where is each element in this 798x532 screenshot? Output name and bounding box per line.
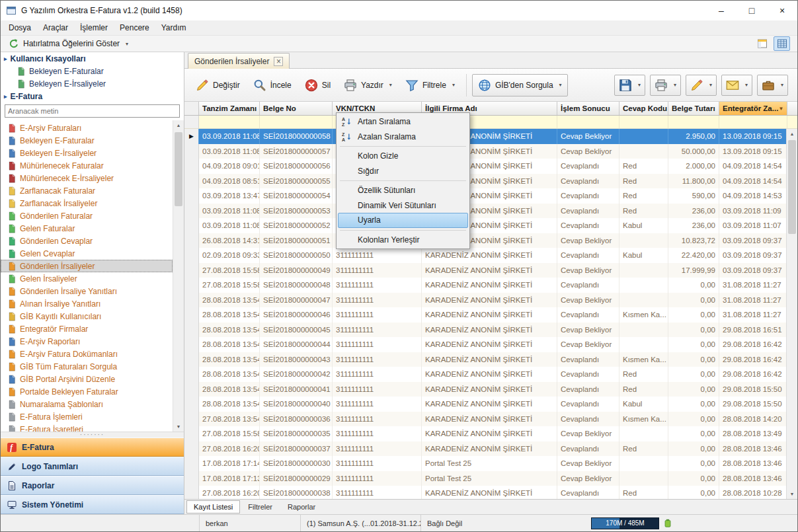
filtrele-button[interactable]: Filtrele▾: [399, 74, 461, 96]
email-button[interactable]: ▾: [721, 75, 752, 96]
tree-item-numaralama-ablonlar[interactable]: Numaralama Şablonları: [1, 398, 173, 410]
table-row[interactable]: ▶03.09.2018 11:08SEİ20180000000583111111…: [184, 129, 797, 144]
close-button[interactable]: ×: [767, 1, 797, 20]
tree-item-e-fatura-i-lemleri[interactable]: E-Fatura İşlemleri: [1, 410, 173, 423]
table-row[interactable]: 27.08.2018 13:54SEİ201800000003631111111…: [184, 412, 797, 427]
tree-item-e-ar-iv-raporlar[interactable]: E-Arşiv Raporları: [1, 335, 173, 348]
edit-button[interactable]: ▾: [686, 75, 717, 96]
table-row[interactable]: 28.08.2018 13:54SEİ201800000004131111111…: [184, 382, 797, 397]
bottom-tab-raporlar[interactable]: Raporlar: [280, 500, 323, 513]
table-row[interactable]: 28.08.2018 13:54SEİ201800000004631111111…: [184, 307, 797, 323]
table-row[interactable]: 03.09.2018 11:08SEİ201800000005331111111…: [184, 204, 797, 219]
tree-item-g-nderilen-i-rsaliye-yan-tlar[interactable]: Gönderilen İrsaliye Yanıtları: [1, 285, 173, 297]
tree-item-g-nderilen-faturalar[interactable]: Gönderilen Faturalar: [1, 209, 173, 222]
gi-b-den-sorgula-button[interactable]: GİB'den Sorgula▾: [472, 74, 568, 96]
sil-button[interactable]: Sil: [299, 74, 337, 96]
reminder-toggle-button[interactable]: Hatırlatma Öğelerini Göster ▾: [5, 37, 132, 50]
tree-item-m-h-rlenecek-e-i-rsaliyeler[interactable]: Mühürlenecek E-İrsaliyeler: [1, 172, 173, 184]
de-i-tir-button[interactable]: Değiştir: [190, 74, 246, 96]
scroll-up-icon[interactable]: ▲: [173, 120, 184, 130]
context-menu-item-azalan-s-ralama[interactable]: ZAAzalan Sıralama: [338, 130, 468, 145]
filter-cell-cevap-kodu[interactable]: [619, 116, 668, 128]
filter-cell-belge-no[interactable]: [260, 116, 333, 128]
column-header-belge-tutar[interactable]: Belge Tutarı: [668, 102, 719, 115]
filter-cell-i-lem-sonucu[interactable]: [557, 116, 619, 128]
tree-item-bekleyen-e-faturalar[interactable]: Bekleyen E-Faturalar: [1, 134, 173, 147]
shortcuts-section-header[interactable]: ▸ Kullanıcı Kısayolları: [1, 52, 184, 65]
column-header-tanzim-zaman[interactable]: Tanzim Zamanı: [199, 102, 260, 115]
dropdown-caret-icon[interactable]: ▾: [389, 82, 392, 88]
table-row[interactable]: 27.08.2018 15:58SEİ201800000004831111111…: [184, 278, 797, 293]
save-button[interactable]: ▾: [614, 75, 645, 96]
tree-item-gelen-i-rsaliyeler[interactable]: Gelen İrsaliyeler: [1, 272, 173, 285]
tree-item-gi-b-kay-tl-kullan-c-lar[interactable]: GİB Kayıtlı Kullanıcıları: [1, 310, 173, 323]
close-icon[interactable]: ×: [274, 57, 283, 66]
scroll-down-icon[interactable]: ▼: [173, 422, 184, 432]
nav-panel-logo-tan-mlar[interactable]: Logo Tanımları: [1, 457, 184, 476]
menu-yard-m[interactable]: Yardım: [155, 20, 192, 35]
table-row[interactable]: 04.09.2018 08:51SEİ201800000005531111111…: [184, 174, 797, 189]
context-menu-item-artan-s-ralama[interactable]: AZArtan Sıralama: [338, 114, 468, 130]
dropdown-caret-icon[interactable]: ▾: [709, 82, 712, 88]
scrollbar-thumb[interactable]: [175, 132, 182, 206]
tree-item-bekleyen-e-i-rsaliyeler[interactable]: Bekleyen E-İrsaliyeler: [1, 147, 173, 159]
tree-item-e-ar-iv-faturalar[interactable]: E-Arşiv Faturaları: [1, 122, 173, 134]
scroll-up-icon[interactable]: ▲: [787, 129, 797, 139]
tab-gonderilen-irsaliyeler[interactable]: Gönderilen İrsaliyeler ×: [188, 53, 290, 69]
dropdown-caret-icon[interactable]: ▾: [452, 82, 455, 88]
archive-button[interactable]: ▾: [757, 75, 788, 96]
table-row[interactable]: 17.08.2018 17:13SEİ201800000002931111111…: [184, 471, 797, 486]
yazd-r-button[interactable]: Yazdır▾: [338, 74, 398, 96]
dropdown-caret-icon[interactable]: ▾: [638, 82, 641, 88]
tree-item-g-nderilen-cevaplar[interactable]: Gönderilen Cevaplar: [1, 235, 173, 247]
print-button[interactable]: ▾: [650, 75, 681, 96]
column-header-entegrat-r-za[interactable]: Entegratör Za...▼: [719, 102, 787, 115]
tree-item-entegrat-r-firmalar[interactable]: Entegratör Firmalar: [1, 323, 173, 335]
table-row[interactable]: 28.08.2018 13:54SEİ201800000004231111111…: [184, 367, 797, 382]
tree-item-e-fatura-i-aretleri[interactable]: E-Fatura İşaretleri: [1, 423, 173, 432]
grid-view-button[interactable]: [774, 36, 790, 51]
nav-panel-raporlar[interactable]: Raporlar: [1, 476, 184, 495]
column-header-belge-no[interactable]: Belge No: [260, 102, 333, 115]
table-row[interactable]: 27.08.2018 16:20SEİ201800000003731111111…: [184, 441, 797, 457]
table-row[interactable]: 28.08.2018 13:54SEİ201800000004031111111…: [184, 397, 797, 412]
tree-item-portalde-bekleyen-faturalar[interactable]: Portalde Bekleyen Faturalar: [1, 385, 173, 398]
table-row[interactable]: 28.08.2018 13:54SEİ201800000004731111111…: [184, 293, 797, 308]
tree-item-e-ar-iv-fatura-dok-manlar[interactable]: E-Arşiv Fatura Dokümanları: [1, 348, 173, 360]
bottom-tab-filtreler[interactable]: Filtreler: [241, 500, 280, 513]
menu-pencere[interactable]: Pencere: [114, 20, 155, 35]
bottom-tab-kay-t-listesi[interactable]: Kayıt Listesi: [186, 500, 240, 513]
context-menu-item-uyarla[interactable]: Uyarla: [338, 213, 468, 228]
table-row[interactable]: 28.08.2018 13:54SEİ201800000004531111111…: [184, 323, 797, 338]
filter-cell-entegrat-r-za[interactable]: [719, 116, 787, 128]
tree-item-gi-b-portal-ar-ivini-d-zenle[interactable]: GİB Portal Arşivini Düzenle: [1, 373, 173, 385]
dropdown-caret-icon[interactable]: ▾: [559, 82, 562, 88]
tree-item-zarflanacak-i-rsaliyeler[interactable]: Zarflanacak İrsaliyeler: [1, 197, 173, 209]
tree-item-gi-b-t-m-faturalar-sorgula[interactable]: GİB Tüm Faturaları Sorgula: [1, 360, 173, 373]
column-header-cevap-kodu[interactable]: Cevap Kodu: [619, 102, 668, 115]
table-row[interactable]: 17.08.2018 17:14SEİ201800000003031111111…: [184, 456, 797, 471]
table-row[interactable]: 27.08.2018 15:58SEİ201800000003531111111…: [184, 426, 797, 441]
grid-scrollbar[interactable]: ▲ ▼: [786, 129, 797, 499]
minimize-button[interactable]: –: [706, 1, 737, 20]
tree-item-gelen-cevaplar[interactable]: Gelen Cevaplar: [1, 247, 173, 260]
table-row[interactable]: 27.08.2018 16:20SEİ201800000003831111111…: [184, 486, 797, 499]
efatura-section-header[interactable]: ▸ E-Fatura: [1, 90, 184, 102]
maximize-button[interactable]: □: [737, 1, 767, 20]
table-row[interactable]: 28.08.2018 13:54SEİ201800000004431111111…: [184, 337, 797, 352]
menu-ara-lar[interactable]: Araçlar: [37, 20, 74, 35]
nav-panel-e-fatura[interactable]: fE-Fatura: [1, 437, 184, 457]
table-row[interactable]: 28.08.2018 13:54SEİ201800000004331111111…: [184, 352, 797, 367]
context-menu-item-dinamik-veri-s-tunlar[interactable]: Dinamik Veri Sütunları: [338, 198, 468, 213]
filter-cell-tanzim-zaman[interactable]: [199, 116, 260, 128]
table-row[interactable]: 03.09.2018 11:08SEİ201800000005231111111…: [184, 218, 797, 233]
dropdown-caret-icon[interactable]: ▾: [745, 82, 748, 88]
shortcut-bekleyen-e-faturalar[interactable]: Bekleyen E-Faturalar: [1, 65, 184, 77]
column-header-i-lem-sonucu[interactable]: İşlem Sonucu: [557, 102, 619, 115]
context-menu-item-s-d-r[interactable]: Sığdır: [338, 164, 468, 179]
tree-item-m-h-rlenecek-faturalar[interactable]: Mühürlenecek Faturalar: [1, 159, 173, 172]
table-row[interactable]: 04.09.2018 09:01SEİ201800000005631111111…: [184, 159, 797, 174]
table-row[interactable]: 03.09.2018 13:47SEİ201800000005431111111…: [184, 188, 797, 204]
search-input[interactable]: [5, 104, 180, 118]
scroll-down-icon[interactable]: ▼: [787, 489, 797, 499]
